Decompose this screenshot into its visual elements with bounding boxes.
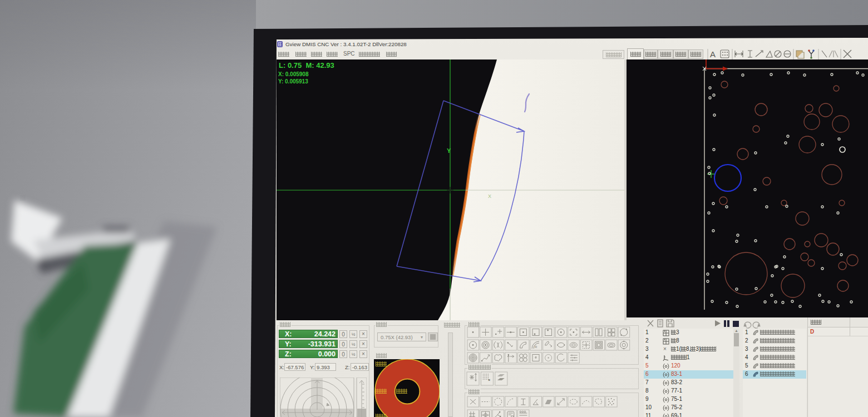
svg-text:R: R: [535, 345, 537, 349]
svg-text:X: 0.005908: X: 0.005908: [278, 71, 309, 77]
svg-text:■: ■: [488, 378, 490, 381]
svg-text:L: 0.75 M: 42.93: L: 0.75 M: 42.93: [279, 61, 334, 70]
svg-text:Y: 0.005913: Y: 0.005913: [278, 78, 308, 85]
svg-text:A: A: [710, 49, 716, 59]
svg-text:Y: Y: [447, 147, 451, 154]
svg-text:X: X: [488, 193, 491, 199]
